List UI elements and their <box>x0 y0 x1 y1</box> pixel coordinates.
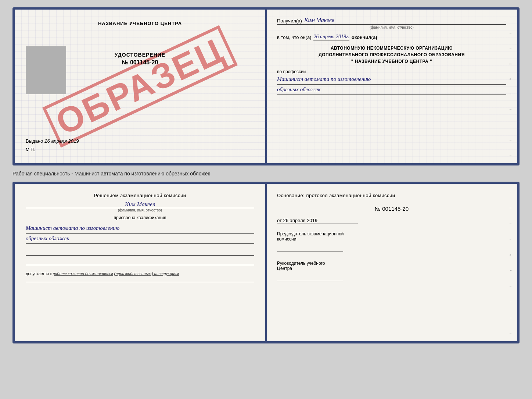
osnov-date-block: от 26 апреля 2019 <box>277 218 358 224</box>
predsedatel-sign-line <box>277 243 343 252</box>
org-line3: " НАЗВАНИЕ УЧЕБНОГО ЦЕНТРА " <box>277 58 506 65</box>
org-line2: ДОПОЛНИТЕЛЬНОГО ПРОФЕССИОНАЛЬНОГО ОБРАЗО… <box>277 51 506 58</box>
qual-name: Ким Макеев <box>26 201 254 208</box>
poluchil-subtitle: (фамилия, имя, отчество) <box>277 25 506 29</box>
diploma-school-title: НАЗВАНИЕ УЧЕБНОГО ЦЕНТРА <box>98 21 182 26</box>
qual-name-sub: (фамилия, имя, отчество) <box>26 208 254 212</box>
qual-dopusk-cont: (производственным) инструкциям <box>114 271 179 276</box>
profession-label: по профессии <box>277 69 506 74</box>
qual-decision: Решением экзаменационной комиссии <box>26 193 254 198</box>
osnov-date: 26 апреля 2019 <box>283 218 318 223</box>
qual-dopusk-block: допускается к работе согласно должностны… <box>26 271 254 277</box>
qual-book: Решением экзаменационной комиссии Ким Ма… <box>12 182 520 343</box>
udostoverenie-block: УДОСТОВЕРЕНИЕ № 001145-20 <box>115 52 165 66</box>
predsedatel-label: Председатель экзаменационной <box>277 231 506 236</box>
predsedatel-block: Председатель экзаменационной комиссии <box>277 231 506 252</box>
watermark-obrazec: ОБРАЗЕЦ <box>42 25 238 147</box>
profession-value-1: Машинист автомата по изготовлению <box>277 74 506 85</box>
qual-right-edge-dashes: ––– и а ← –––– <box>510 184 513 341</box>
vtom-date: 26 апреля 2019г. <box>313 34 349 40</box>
qual-profession-1: Машинист автомата по изготовлению <box>26 223 254 234</box>
right-edge-dashes: ––– и а ← –––– <box>510 10 513 163</box>
udostoverenie-number: № 001145-20 <box>115 59 165 66</box>
diploma-left-page: НАЗВАНИЕ УЧЕБНОГО ЦЕНТРА УДОСТОВЕРЕНИЕ №… <box>15 10 266 163</box>
mp-label: М.П. <box>26 147 254 152</box>
vtom-block: в том, что он(а) 26 апреля 2019г. окончи… <box>277 34 506 40</box>
rukov-sign-line <box>277 272 343 281</box>
qual-profession-2: обрезных обложек <box>26 234 254 244</box>
qual-left-page: Решением экзаменационной комиссии Ким Ма… <box>15 184 266 341</box>
osnov-block: Основание: протокол экзаменационной коми… <box>277 193 506 198</box>
poluchil-name: Ким Макеев <box>304 17 334 24</box>
qual-dopusk-line <box>26 282 254 282</box>
osnov-num: № 001145-20 <box>277 206 506 212</box>
vtom-suffix: окончил(а) <box>352 35 377 40</box>
vtom-prefix: в том, что он(а) <box>277 35 311 40</box>
qual-line-2 <box>26 258 254 265</box>
rukov-block: Руководитель учебного Центра <box>277 261 506 281</box>
poluchil-block: Получил(а) Ким Макеев – (фамилия, имя, о… <box>277 17 506 29</box>
diploma-vydano-block: Выдано 26 апреля 2019 М.П. <box>26 138 254 152</box>
poluchil-label: Получил(а) <box>277 18 302 24</box>
qual-dopusk-val: работе согласно должностным <box>53 271 113 276</box>
qual-assigned: присвоена квалификация <box>26 215 254 220</box>
udostoverenie-title: УДОСТОВЕРЕНИЕ <box>115 52 165 58</box>
diploma-book: НАЗВАНИЕ УЧЕБНОГО ЦЕНТРА УДОСТОВЕРЕНИЕ №… <box>12 7 520 165</box>
qual-dopusk-prefix: допускается к <box>26 271 52 276</box>
diploma-right-page: Получил(а) Ким Макеев – (фамилия, имя, о… <box>266 10 517 163</box>
vydano-label: Выдано <box>26 138 43 144</box>
org-block: АВТОНОМНУЮ НЕКОММЕРЧЕСКУЮ ОРГАНИЗАЦИЮ ДО… <box>277 45 506 65</box>
predsedatel-label2: комиссии <box>277 236 506 242</box>
profession-block: по профессии Машинист автомата по изгото… <box>277 69 506 95</box>
vydano-date: 26 апреля 2019 <box>44 138 79 144</box>
rukov-label: Руководитель учебного <box>277 261 506 266</box>
vydano-line: Выдано 26 апреля 2019 <box>26 138 254 144</box>
osnov-date-prefix: от <box>277 218 282 223</box>
profession-value-2: обрезных обложек <box>277 85 506 95</box>
qual-line-1 <box>26 248 254 256</box>
qual-name-block: Ким Макеев (фамилия, имя, отчество) <box>26 201 254 212</box>
document-container: НАЗВАНИЕ УЧЕБНОГО ЦЕНТРА УДОСТОВЕРЕНИЕ №… <box>12 7 520 343</box>
org-line1: АВТОНОМНУЮ НЕКОММЕРЧЕСКУЮ ОРГАНИЗАЦИЮ <box>277 45 506 51</box>
qual-profession-block: Машинист автомата по изготовлению обрезн… <box>26 223 254 244</box>
photo-placeholder <box>26 46 66 94</box>
qual-right-page: Основание: протокол экзаменационной коми… <box>266 184 517 341</box>
qual-signature-lines <box>26 248 254 265</box>
rukov-label2: Центра <box>277 266 506 271</box>
specialty-label: Рабочая специальность - Машинист автомат… <box>12 169 210 178</box>
